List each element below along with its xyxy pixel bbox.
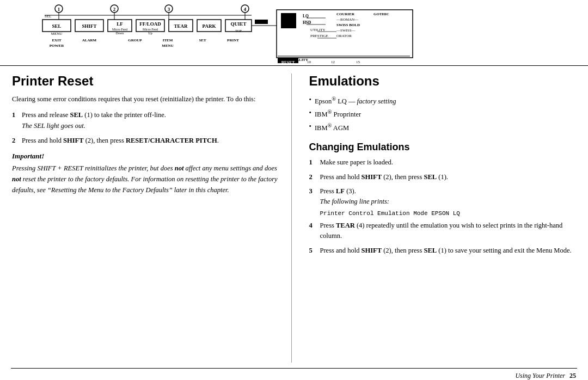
ce-step-3-note: The following line prints:: [320, 198, 389, 205]
ce-step-4: 4 Press TEAR (4) repeatedly until the em…: [309, 220, 577, 242]
step-2: 2 Press and hold SHIFT (2), then press R…: [12, 136, 279, 146]
svg-text:GROUP: GROUP: [128, 38, 142, 42]
ce-step-1: 1 Make sure paper is loaded.: [309, 157, 577, 168]
ce-step-2: 2 Press and hold SHIFT (2), then press S…: [309, 172, 577, 182]
ce-step-2-num: 2: [309, 172, 317, 182]
svg-text:PARK: PARK: [203, 23, 216, 29]
important-text: Pressing SHIFT + RESET reinitializes the…: [12, 163, 279, 195]
ce-step-3-num: 3: [309, 186, 317, 218]
emulation-label-2: IBM® Proprinter: [315, 107, 361, 120]
ce-step-3-content: Press LF (3). The following line prints:…: [320, 186, 460, 218]
svg-text:ITEM: ITEM: [163, 38, 173, 42]
printer-reset-intro: Clearing some error conditions requires …: [12, 94, 279, 105]
svg-text:SHIFT: SHIFT: [82, 23, 96, 29]
left-column: Printer Reset Clearing some error condit…: [12, 73, 292, 363]
svg-text:Micro Feed: Micro Feed: [112, 28, 127, 31]
ce-step-4-content: Press TEAR (4) repeatedly until the emul…: [320, 220, 577, 242]
ce-step-5: 5 Press and hold SHIFT (2), then press S…: [309, 246, 577, 256]
svg-text:Micro Feed: Micro Feed: [143, 28, 158, 31]
ce-step-4-num: 4: [309, 220, 317, 242]
svg-text:PRINT: PRINT: [227, 38, 239, 42]
svg-text:ALARM: ALARM: [82, 38, 97, 42]
step-2-num: 2: [12, 136, 19, 146]
svg-text:—SWISS—: —SWISS—: [336, 28, 356, 33]
bullet-1: •: [309, 94, 311, 107]
ce-step-3: 3 Press LF (3). The following line print…: [309, 186, 577, 218]
svg-text:POWER: POWER: [50, 44, 64, 48]
svg-text:12: 12: [331, 60, 335, 63]
ce-step-5-num: 5: [309, 246, 317, 256]
step-1-content: Press and release SEL (1) to take the pr…: [22, 110, 166, 131]
svg-text:QUIET: QUIET: [230, 21, 246, 27]
svg-rect-44: [281, 13, 296, 28]
ce-step-5-content: Press and hold SHIFT (2), then press SEL…: [320, 246, 572, 256]
svg-text:LF: LF: [117, 21, 123, 27]
important-label: Important!: [12, 152, 279, 161]
right-column: Emulations • Epson® LQ — factory setting…: [307, 73, 577, 363]
svg-text:4: 4: [244, 7, 247, 12]
emulations-title: Emulations: [309, 73, 577, 89]
ce-step-1-num: 1: [309, 157, 317, 168]
step-1-num: 1: [12, 110, 19, 131]
step-2-content: Press and hold SHIFT (2), then press RES…: [22, 136, 219, 146]
svg-text:SWISS BOLD: SWISS BOLD: [336, 23, 360, 27]
diagram-area: 1 2 3 4 SEL MENU SHIFT LF Mic: [0, 0, 588, 66]
keyboard-diagram-svg: 1 2 3 4 SEL MENU SHIFT LF Mic: [10, 4, 578, 63]
svg-text:COURIER: COURIER: [336, 12, 355, 16]
changing-emulations-steps: 1 Make sure paper is loaded. 2 Press and…: [309, 157, 577, 256]
emulation-item-1: • Epson® LQ — factory setting: [309, 94, 577, 107]
footer-page: 25: [569, 372, 576, 380]
svg-text:1: 1: [58, 7, 60, 12]
emulations-list: • Epson® LQ — factory setting • IBM® Pro…: [309, 94, 577, 134]
emulation-item-3: • IBM® AGM: [309, 121, 577, 134]
svg-text:EXIT: EXIT: [52, 38, 61, 42]
svg-text:SEL: SEL: [45, 14, 51, 19]
svg-text:RESET: RESET: [281, 60, 295, 63]
page-wrapper: 1 2 3 4 SEL MENU SHIFT LF Mic: [0, 0, 588, 380]
svg-text:SEL: SEL: [52, 23, 61, 29]
ce-step-2-content: Press and hold SHIFT (2), then press SEL…: [320, 172, 448, 182]
bullet-2: •: [309, 107, 311, 120]
svg-text:SET: SET: [199, 38, 206, 42]
svg-text:Up: Up: [148, 32, 152, 35]
emulation-item-2: • IBM® Proprinter: [309, 107, 577, 120]
svg-text:PRESTIGE: PRESTIGE: [310, 34, 328, 38]
monospace-line: Printer Control Emulation Mode EPSON LQ: [320, 209, 460, 218]
svg-text:2: 2: [113, 7, 116, 12]
svg-text:10: 10: [307, 60, 311, 63]
svg-text:ORATOR: ORATOR: [336, 34, 352, 38]
svg-text:Down: Down: [116, 32, 124, 35]
svg-text:GOTHIC: GOTHIC: [373, 12, 389, 16]
main-content: Printer Reset Clearing some error condit…: [0, 66, 588, 368]
svg-text:MENU: MENU: [162, 44, 173, 48]
svg-text:15: 15: [356, 60, 360, 63]
svg-text:TEAR: TEAR: [174, 23, 188, 29]
changing-emulations-title: Changing Emulations: [309, 142, 577, 153]
ce-step-1-content: Make sure paper is loaded.: [320, 157, 393, 168]
printer-reset-title: Printer Reset: [12, 73, 279, 89]
svg-text:TOF: TOF: [235, 29, 242, 33]
svg-text:FF/LOAD: FF/LOAD: [139, 21, 161, 27]
step-1-note: The SEL light goes out.: [22, 122, 85, 130]
svg-text:3: 3: [168, 7, 170, 12]
svg-text:MENU: MENU: [51, 32, 63, 36]
step-1: 1 Press and release SEL (1) to take the …: [12, 110, 279, 131]
svg-rect-42: [255, 20, 268, 24]
footer-text: Using Your Printer: [515, 372, 565, 380]
svg-text:—ROMAN—: —ROMAN—: [336, 17, 359, 22]
footer: Using Your Printer 25: [0, 369, 588, 380]
emulation-label-1: Epson® LQ — factory setting: [315, 94, 396, 107]
printer-reset-steps: 1 Press and release SEL (1) to take the …: [12, 110, 279, 146]
emulation-label-3: IBM® AGM: [315, 121, 349, 134]
bullet-3: •: [309, 121, 311, 134]
